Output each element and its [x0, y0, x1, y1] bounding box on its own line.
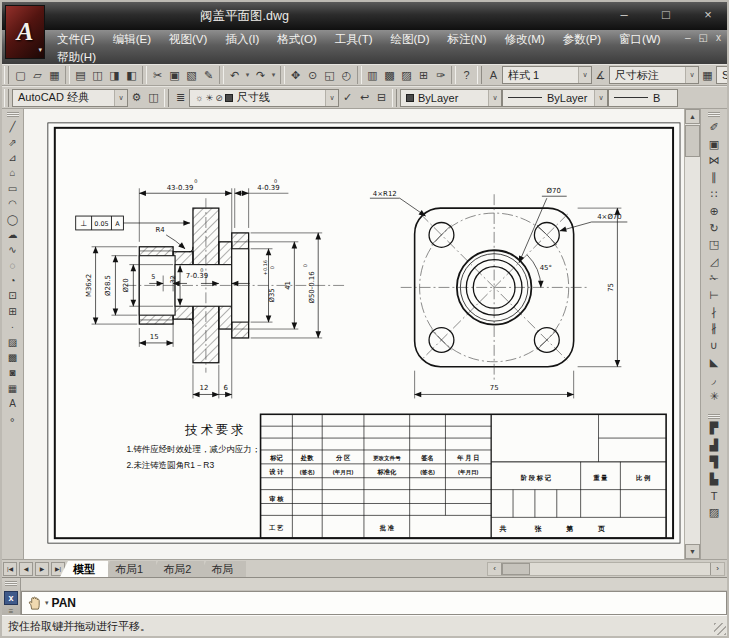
toolbar-icon[interactable] — [65, 66, 70, 84]
ellipse-arc-icon[interactable]: ◔ — [3, 273, 23, 288]
plot-icon[interactable]: ▤ — [72, 66, 89, 84]
markup-set-manager-icon[interactable]: ✑ — [432, 66, 449, 84]
new-file-icon[interactable]: ▢ — [12, 66, 29, 84]
menu-draw[interactable]: 绘图(D) — [382, 30, 439, 48]
make-object-layer-current-icon[interactable]: ✓ — [339, 89, 356, 107]
toolbar-icon[interactable] — [219, 66, 224, 84]
rotate-icon[interactable]: ↻ — [704, 220, 724, 237]
layer-combo[interactable]: ☼ ☀ ⊘ 尺寸线 ∨ — [189, 89, 339, 107]
tab-nav-next[interactable]: ▶ — [35, 562, 49, 576]
text-style-combo[interactable]: 样式 1 ∨ — [502, 66, 592, 84]
drawing-canvas[interactable]: 43-0.39 0 4-0.39 0 ⊥ 0.05 A — [24, 109, 684, 559]
layer-color-swatch[interactable] — [225, 94, 233, 102]
construction-line-icon[interactable]: ⇗ — [3, 134, 23, 149]
pan-icon[interactable]: ✥ — [287, 66, 304, 84]
chamfer-icon[interactable]: ◣ — [704, 354, 724, 371]
bring-to-front-icon[interactable]: ▛ — [704, 421, 724, 438]
menu-insert[interactable]: 插入(I) — [216, 30, 268, 48]
toolbar-icon[interactable] — [280, 66, 285, 84]
vertical-scroll-track[interactable] — [685, 157, 700, 544]
arc-icon[interactable]: ◠ — [3, 196, 23, 211]
zoom-previous-icon[interactable]: ◴ — [338, 66, 355, 84]
tool-palettes-icon[interactable]: ▨ — [398, 66, 415, 84]
tab-nav-first[interactable]: |◀ — [3, 562, 17, 576]
region-icon[interactable]: ◙ — [3, 365, 23, 380]
mdi-close-button[interactable]: x — [716, 32, 721, 43]
circle-icon[interactable]: ◯ — [3, 211, 23, 226]
mdi-minimize-button[interactable]: – — [685, 32, 691, 43]
gradient-icon[interactable]: ▩ — [3, 350, 23, 365]
mirror-icon[interactable]: ⋈ — [704, 153, 724, 170]
menu-parametric[interactable]: 参数(P) — [554, 30, 610, 48]
toolbar-grip[interactable] — [708, 112, 720, 117]
chevron-down-icon[interactable]: ∨ — [114, 90, 127, 106]
horizontal-scroll-thumb[interactable] — [502, 563, 530, 575]
array-icon[interactable]: ∷ — [704, 186, 724, 203]
break-at-point-icon[interactable]: ∤ — [704, 304, 724, 321]
match-properties-icon[interactable]: ✎ — [200, 66, 217, 84]
toolbar-grip[interactable] — [164, 89, 169, 107]
toolbar-grip[interactable] — [708, 414, 720, 419]
ellipse-icon[interactable]: ◌ — [3, 258, 23, 273]
layer-lock-icon[interactable]: ⊘ — [215, 93, 223, 103]
copy-object-icon[interactable]: ▣ — [704, 136, 724, 153]
toolbar-grip[interactable] — [7, 112, 19, 117]
open-file-icon[interactable]: ▱ — [29, 66, 46, 84]
add-selected-icon[interactable]: ∘ — [3, 411, 23, 426]
command-dock-strip[interactable]: x ≡ — [2, 578, 21, 615]
menu-dimension[interactable]: 标注(N) — [439, 30, 496, 48]
menu-window[interactable]: 窗口(W) — [610, 30, 670, 48]
erase-icon[interactable]: ✐ — [704, 119, 724, 136]
linetype-combo[interactable]: ByLayer ∨ — [502, 89, 608, 107]
redo-icon[interactable]: ↷ — [252, 66, 269, 84]
horizontal-scrollbar[interactable]: ‹ › — [487, 562, 725, 576]
zoom-realtime-icon[interactable]: ⊙ — [304, 66, 321, 84]
layer-states-icon[interactable]: ⊟ — [373, 89, 390, 107]
batch-plot-icon[interactable]: ◧ — [123, 66, 140, 84]
insert-block-icon[interactable]: ⊡ — [3, 288, 23, 303]
publish-icon[interactable]: ◨ — [106, 66, 123, 84]
designcenter-icon[interactable]: ▩ — [381, 66, 398, 84]
toolbar-grip[interactable] — [4, 89, 9, 107]
toolbar-icon[interactable] — [451, 66, 456, 84]
break-icon[interactable]: ∦ — [704, 321, 724, 338]
lineweight-combo[interactable]: B — [608, 89, 678, 107]
redo-dropdown-icon[interactable]: ▾ — [269, 66, 278, 84]
table-style-icon[interactable]: ▦ — [699, 66, 716, 84]
tab-nav-prev[interactable]: ◀ — [19, 562, 33, 576]
fillet-icon[interactable]: ◞ — [704, 371, 724, 388]
explode-icon[interactable]: ✳ — [704, 388, 724, 405]
chevron-down-icon[interactable]: ∨ — [685, 67, 698, 83]
send-under-objects-icon[interactable]: ▙ — [704, 471, 724, 488]
menu-modify[interactable]: 修改(M) — [495, 30, 553, 48]
tab-layout2[interactable]: 布局2 — [150, 561, 204, 577]
mdi-restore-button[interactable]: ◱ — [699, 32, 708, 43]
text-style-icon[interactable]: A — [485, 66, 502, 84]
line-icon[interactable]: ╱ — [3, 119, 23, 134]
extend-icon[interactable]: ⊢ — [704, 287, 724, 304]
chevron-down-icon[interactable]: ∨ — [325, 90, 338, 106]
chevron-down-icon[interactable]: ∨ — [578, 67, 591, 83]
make-block-icon[interactable]: ⊞ — [3, 304, 23, 319]
undo-dropdown-icon[interactable]: ▾ — [243, 66, 252, 84]
zoom-window-icon[interactable]: ◱ — [321, 66, 338, 84]
minimize-button[interactable]: – — [613, 6, 635, 24]
menu-edit[interactable]: 编辑(E) — [104, 30, 160, 48]
properties-icon[interactable]: ▥ — [364, 66, 381, 84]
vertical-scrollbar[interactable]: ▲ ▼ — [684, 109, 700, 559]
vertical-scroll-thumb[interactable] — [685, 125, 700, 157]
trim-icon[interactable]: ✁ — [704, 270, 724, 287]
dim-style-icon[interactable]: ∡ — [592, 66, 609, 84]
sheet-set-manager-icon[interactable]: ⊞ — [415, 66, 432, 84]
workspace-settings-icon[interactable]: ⚙ — [128, 89, 145, 107]
toolbar-icon[interactable] — [142, 66, 147, 84]
text-to-front-icon[interactable]: T — [704, 488, 724, 505]
tab-layout1[interactable]: 布局1 — [102, 561, 156, 577]
menu-help[interactable]: 帮助(H) — [48, 48, 105, 66]
save-icon[interactable]: ▦ — [46, 66, 63, 84]
table-style-combo[interactable]: Stand — [716, 66, 727, 84]
point-icon[interactable]: ∙ — [3, 319, 23, 334]
command-grip[interactable] — [5, 581, 17, 586]
drawing-svg[interactable]: 43-0.39 0 4-0.39 0 ⊥ 0.05 A — [24, 109, 684, 559]
chevron-down-icon[interactable]: ▾ — [45, 599, 49, 607]
